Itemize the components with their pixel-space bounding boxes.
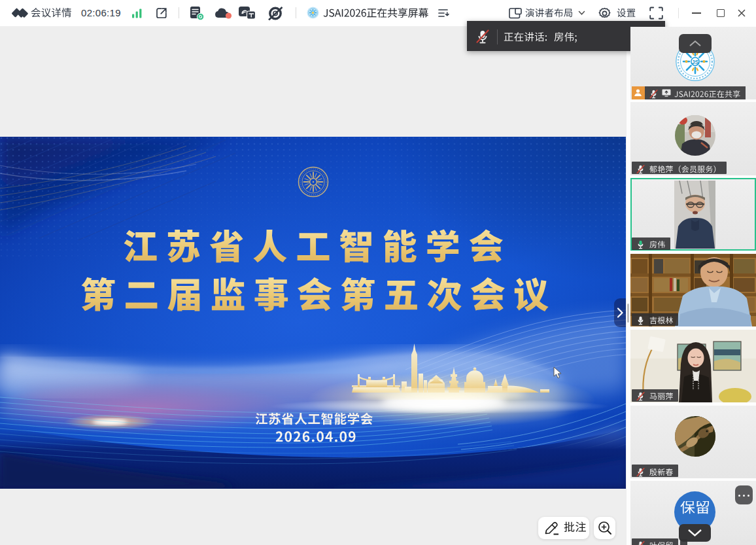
svg-text:JS: JS xyxy=(691,58,698,65)
